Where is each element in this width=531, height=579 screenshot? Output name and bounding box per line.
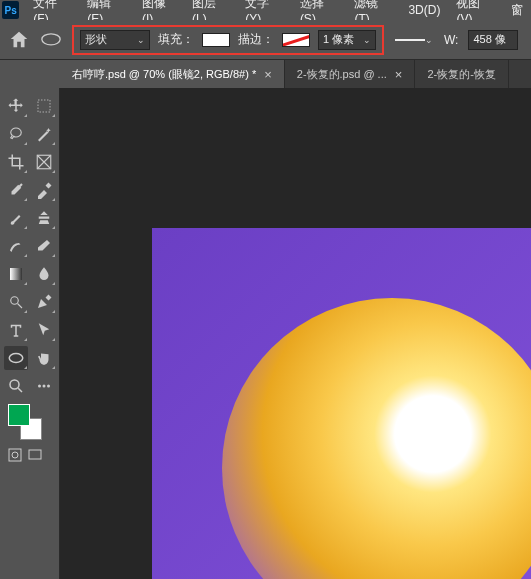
- tab-label: 2-恢复的.psd @ ...: [297, 67, 387, 82]
- tab-label: 2-恢复的-恢复: [427, 67, 495, 82]
- menu-window[interactable]: 窗: [503, 0, 531, 21]
- width-value: 458 像: [473, 32, 505, 47]
- svg-point-7: [38, 385, 41, 388]
- chevron-down-icon: ⌄: [363, 35, 371, 45]
- svg-rect-1: [38, 100, 50, 112]
- crop-tool[interactable]: [4, 150, 28, 174]
- stroke-style-dropdown[interactable]: ⌄: [394, 33, 434, 47]
- path-selection-tool[interactable]: [32, 318, 56, 342]
- svg-point-4: [11, 297, 19, 305]
- shape-mode-label: 形状: [85, 32, 107, 47]
- clone-stamp-tool[interactable]: [32, 206, 56, 230]
- svg-point-0: [42, 34, 60, 45]
- dodge-tool[interactable]: [4, 290, 28, 314]
- color-swatches: [8, 404, 44, 440]
- chevron-down-icon: ⌄: [137, 35, 145, 45]
- tab-document-2[interactable]: 2-恢复的.psd @ ... ×: [285, 60, 416, 88]
- close-icon[interactable]: ×: [395, 67, 403, 82]
- hand-tool[interactable]: [32, 346, 56, 370]
- stroke-label: 描边：: [238, 31, 274, 48]
- slice-tool[interactable]: [32, 150, 56, 174]
- tab-document-1[interactable]: 右哼哼.psd @ 70% (眼镜2, RGB/8#) * ×: [60, 60, 285, 88]
- close-icon[interactable]: ×: [264, 67, 272, 82]
- quick-mask-icon[interactable]: [8, 448, 22, 462]
- svg-rect-10: [9, 449, 21, 461]
- screen-mode-icon[interactable]: [28, 448, 42, 462]
- brush-tool[interactable]: [4, 206, 28, 230]
- current-tool-icon[interactable]: [40, 32, 62, 48]
- document-tabs: 右哼哼.psd @ 70% (眼镜2, RGB/8#) * × 2-恢复的.ps…: [60, 60, 531, 88]
- app-logo: Ps: [2, 1, 19, 19]
- width-input[interactable]: 458 像: [468, 30, 518, 50]
- fill-color-swatch[interactable]: [202, 33, 230, 47]
- history-brush-tool[interactable]: [4, 234, 28, 258]
- type-tool[interactable]: [4, 318, 28, 342]
- svg-point-9: [47, 385, 50, 388]
- canvas-area[interactable]: [60, 88, 531, 579]
- svg-point-5: [9, 354, 23, 363]
- stroke-width-input[interactable]: 1 像素 ⌄: [318, 30, 376, 50]
- artwork-orb: [222, 298, 531, 579]
- options-bar: 形状 ⌄ 填充： 描边： 1 像素 ⌄ ⌄ W: 458 像: [0, 20, 531, 60]
- gradient-tool[interactable]: [4, 262, 28, 286]
- width-label: W:: [444, 33, 458, 47]
- foreground-color[interactable]: [8, 404, 30, 426]
- highlighted-options-group: 形状 ⌄ 填充： 描边： 1 像素 ⌄: [72, 25, 384, 55]
- pen-tool[interactable]: [32, 290, 56, 314]
- solid-line-icon: [395, 39, 425, 41]
- stroke-width-value: 1 像素: [323, 32, 354, 47]
- edit-toolbar[interactable]: [32, 374, 56, 398]
- tab-label: 右哼哼.psd @ 70% (眼镜2, RGB/8#) *: [72, 67, 256, 82]
- menu-3d[interactable]: 3D(D): [400, 1, 448, 19]
- tools-panel: [0, 88, 60, 579]
- zoom-tool[interactable]: [4, 374, 28, 398]
- svg-point-6: [10, 380, 19, 389]
- lasso-tool[interactable]: [4, 122, 28, 146]
- chevron-down-icon: ⌄: [425, 35, 433, 45]
- menu-bar: Ps 文件(F) 编辑(E) 图像(I) 图层(L) 文字(Y) 选择(S) 滤…: [0, 0, 531, 20]
- stroke-color-swatch[interactable]: [282, 33, 310, 47]
- magic-wand-tool[interactable]: [32, 122, 56, 146]
- workspace: [0, 88, 531, 579]
- tab-document-3[interactable]: 2-恢复的-恢复: [415, 60, 508, 88]
- svg-rect-3: [10, 268, 22, 280]
- svg-point-11: [12, 452, 18, 458]
- shape-mode-dropdown[interactable]: 形状 ⌄: [80, 30, 150, 50]
- svg-point-8: [43, 385, 46, 388]
- document-canvas[interactable]: [152, 228, 531, 579]
- move-tool[interactable]: [4, 94, 28, 118]
- ellipse-tool[interactable]: [4, 346, 28, 370]
- eraser-tool[interactable]: [32, 234, 56, 258]
- eyedropper-tool[interactable]: [4, 178, 28, 202]
- fill-label: 填充：: [158, 31, 194, 48]
- blur-tool[interactable]: [32, 262, 56, 286]
- healing-brush-tool[interactable]: [32, 178, 56, 202]
- svg-rect-12: [29, 450, 41, 459]
- rectangular-marquee-tool[interactable]: [32, 94, 56, 118]
- home-icon[interactable]: [8, 29, 30, 51]
